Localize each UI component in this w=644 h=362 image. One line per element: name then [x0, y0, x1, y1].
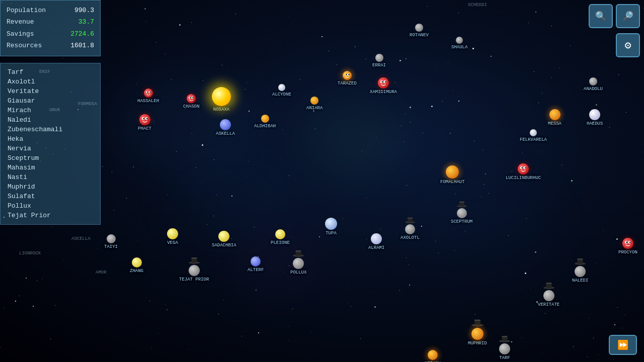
- planet-rotanev[interactable]: ROTANEV: [410, 24, 429, 38]
- system-list-item-muphrid[interactable]: Muphrid: [1, 182, 100, 192]
- system-list-item-nasti[interactable]: Nasti: [1, 172, 100, 182]
- planet-sceptrum[interactable]: SCEPTRUM: [451, 198, 472, 224]
- planet-label-aldhibah: ALDHIBAH: [254, 124, 276, 129]
- revenue-label: Revenue: [7, 16, 34, 28]
- planet-procyon[interactable]: PROCYON: [618, 238, 637, 255]
- svg-point-25: [146, 92, 148, 93]
- planet-hassaleh[interactable]: HASSALEH: [137, 88, 159, 104]
- planet-lucilinburhuc[interactable]: LUCILINBURHUC: [506, 163, 541, 180]
- svg-point-17: [346, 74, 347, 75]
- planet-phact[interactable]: PHACT: [138, 114, 151, 131]
- system-list-item-tejat-prior[interactable]: Tejat Prior: [1, 211, 100, 220]
- svg-point-21: [381, 81, 383, 82]
- zoom-in-icon: 🔍: [595, 11, 606, 22]
- svg-rect-47: [191, 257, 197, 258]
- planet-axolotl[interactable]: AXOLOTL: [400, 214, 420, 240]
- system-list-item-sulafat[interactable]: Sulafat: [1, 192, 100, 201]
- system-list-item-naledi[interactable]: Naledi: [1, 115, 100, 125]
- planet-tarf[interactable]: TARF: [499, 332, 510, 360]
- svg-point-34: [146, 118, 147, 119]
- planet-label-xamidimura: XAMIDIMURA: [370, 89, 397, 95]
- planet-label-anadolu: ANADOLU: [584, 86, 603, 92]
- planet-label-alterf: ALTERF: [248, 267, 264, 273]
- planet-label-nosaxa: NOSAXA: [213, 107, 229, 112]
- stats-panel: Population 990.3 Revenue 33.7 Savings 27…: [0, 0, 101, 56]
- planet-alterf[interactable]: ALTERF: [248, 256, 264, 273]
- zoom-controls: 🔍 🔍: [589, 4, 640, 28]
- planet-label-felkvarela: FELKVARELA: [520, 137, 547, 142]
- planet-label-alrami: ALRAMI: [368, 245, 384, 250]
- svg-point-18: [348, 74, 350, 75]
- planet-label-taiyi: TAIYI: [104, 244, 118, 249]
- planet-tupa[interactable]: TUPA: [325, 218, 337, 236]
- planet-taiyi[interactable]: TAIYI: [104, 234, 118, 249]
- zoom-out-button[interactable]: 🔍: [616, 4, 640, 28]
- system-list-item-zubeneschamali[interactable]: Zubeneschamali: [1, 125, 100, 134]
- system-list-item-axolotl[interactable]: Axolotl: [1, 77, 100, 86]
- planet-aniara[interactable]: ANIARA: [306, 97, 323, 111]
- svg-rect-57: [578, 258, 583, 259]
- planet-alcyone[interactable]: ALCYONE: [272, 84, 291, 97]
- planet-label-chason: CHASON: [183, 104, 199, 109]
- system-list-item-heka[interactable]: Heka: [1, 134, 100, 144]
- planet-label-procyon: PROCYON: [618, 250, 637, 255]
- population-row: Population 990.3: [7, 5, 94, 16]
- planet-label-pleione: PLEIONE: [271, 240, 290, 245]
- planet-chason[interactable]: CHASON: [183, 94, 199, 109]
- planet-tarazed[interactable]: TARAZED: [338, 71, 357, 86]
- planet-alrami[interactable]: ALRAMI: [368, 233, 384, 250]
- planet-aldhibah[interactable]: ALDHIBAH: [254, 115, 276, 129]
- planet-nosaxa[interactable]: NOSAXA: [212, 87, 231, 112]
- system-list-item-giausar[interactable]: Giausar: [1, 96, 100, 106]
- population-value: 990.3: [74, 5, 94, 16]
- planet-label-aniara: ANIARA: [306, 106, 323, 111]
- system-list-item-tarf[interactable]: Tarf: [1, 67, 100, 77]
- planet-label-haedus: HAEDUS: [587, 121, 603, 126]
- planet-naledi[interactable]: NALEDI: [572, 255, 588, 283]
- planet-label-lucilinburhuc: LUCILINBURHUC: [506, 175, 541, 180]
- planet-mirach[interactable]: MIRACH: [425, 350, 441, 362]
- planet-label-naledi: NALEDI: [572, 278, 588, 283]
- planet-haedus[interactable]: HAEDUS: [587, 109, 603, 126]
- planet-label-veritate: VERITATE: [538, 302, 559, 307]
- planet-xamidimura[interactable]: XAMIDIMURA: [370, 77, 397, 95]
- planet-veritate[interactable]: VERITATE: [538, 279, 559, 307]
- planet-messa[interactable]: MESSA: [548, 109, 561, 126]
- zoom-in-button[interactable]: 🔍: [589, 4, 613, 28]
- planet-label-tarazed: TARAZED: [338, 81, 357, 86]
- planet-fomalhaut[interactable]: FOMALHAUT: [440, 165, 465, 185]
- settings-button[interactable]: ⚙: [616, 33, 640, 57]
- planet-sadachbia[interactable]: SADACHBIA: [212, 231, 236, 248]
- svg-point-30: [192, 97, 194, 99]
- svg-point-54: [629, 241, 631, 243]
- planet-shaula[interactable]: SHAULA: [451, 37, 467, 50]
- planet-tejat_prior[interactable]: TEJAT PRIOR: [179, 254, 209, 282]
- system-list-item-veritate[interactable]: Veritate: [1, 86, 100, 96]
- planet-label-shaula: SHAULA: [451, 45, 467, 50]
- planet-anadolu[interactable]: ANADOLU: [584, 77, 603, 92]
- population-label: Population: [7, 5, 46, 16]
- planet-errai[interactable]: ERRAI: [372, 54, 386, 68]
- planet-label-askella: ASKELLA: [216, 131, 235, 136]
- system-list-item-pollux[interactable]: Pollux: [1, 201, 100, 211]
- system-list-item-nervia[interactable]: Nervia: [1, 144, 100, 153]
- planet-muphrid[interactable]: MUPHRID: [468, 316, 487, 346]
- svg-rect-41: [459, 202, 464, 203]
- system-list-item-mirach[interactable]: Mirach: [1, 106, 100, 115]
- planet-askella[interactable]: ASKELLA: [216, 119, 235, 136]
- planet-pollux[interactable]: POLLUX: [290, 247, 306, 275]
- svg-point-33: [143, 118, 144, 119]
- zoom-out-icon: 🔍: [622, 11, 633, 22]
- resources-label: Resources: [7, 40, 42, 51]
- system-list-item-sceptrum[interactable]: Sceptrum: [1, 153, 100, 163]
- planet-vega[interactable]: VEGA: [167, 228, 178, 245]
- fast-forward-button[interactable]: ⏩: [609, 335, 637, 355]
- svg-rect-50: [296, 250, 301, 251]
- planet-pleione[interactable]: PLEIONE: [271, 229, 290, 245]
- planet-label-tarf: TARF: [499, 355, 510, 360]
- svg-rect-63: [474, 320, 480, 321]
- planet-zhang[interactable]: ZHANG: [130, 257, 143, 274]
- system-list-item-mahasim[interactable]: Mahasim: [1, 163, 100, 172]
- planet-label-alcyone: ALCYONE: [272, 92, 291, 97]
- planet-felkvarela[interactable]: FELKVARELA: [520, 129, 547, 142]
